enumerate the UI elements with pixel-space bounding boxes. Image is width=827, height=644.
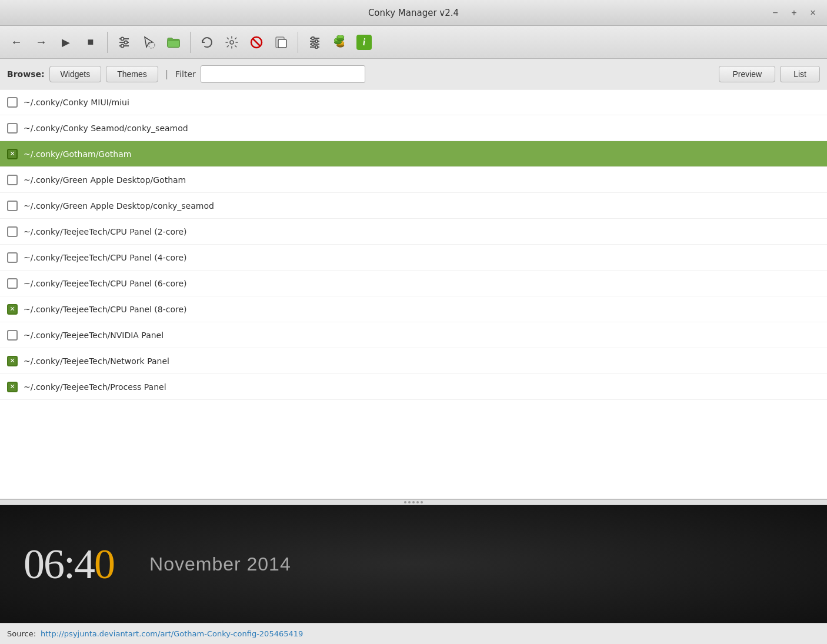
svg-point-8: [230, 41, 234, 44]
themes-button[interactable]: Themes: [106, 66, 158, 82]
main-content: ~/.conky/Conky MIUI/miui~/.conky/Conky S…: [0, 89, 827, 644]
sliders2-button[interactable]: [303, 31, 326, 54]
item-checkbox[interactable]: [7, 252, 18, 263]
cursor-button[interactable]: [137, 31, 161, 54]
settings-button[interactable]: [220, 31, 244, 54]
clock-minutes: 4: [74, 540, 94, 588]
svg-rect-17: [312, 37, 314, 39]
splitter[interactable]: [0, 499, 827, 505]
list-button[interactable]: List: [780, 66, 820, 82]
list-item[interactable]: ~/.conky/TeejeeTech/NVIDIA Panel: [0, 322, 827, 348]
stop-button[interactable]: [79, 31, 102, 54]
copy-icon: [274, 35, 288, 49]
arrow-right-icon: [35, 35, 47, 49]
titlebar: Conky Manager v2.4 − + ×: [0, 0, 827, 26]
folder-icon: [166, 35, 181, 49]
titlebar-title: Conky Manager v2.4: [368, 8, 459, 18]
preview-content: 06:40 November 2014: [0, 505, 827, 623]
item-checkbox[interactable]: [7, 356, 18, 366]
item-checkbox[interactable]: [7, 175, 18, 185]
browse-label: Browse:: [7, 69, 45, 79]
item-checkbox[interactable]: [7, 330, 18, 341]
item-text: ~/.conky/TeejeeTech/Process Panel: [24, 382, 166, 392]
svg-rect-12: [278, 39, 286, 48]
folder-button[interactable]: [162, 31, 185, 54]
info-icon: i: [356, 35, 372, 50]
minimize-button[interactable]: −: [768, 6, 782, 20]
svg-rect-19: [312, 43, 314, 45]
list-item[interactable]: ~/.conky/TeejeeTech/Network Panel: [0, 348, 827, 374]
item-checkbox[interactable]: [7, 382, 18, 392]
item-text: ~/.conky/TeejeeTech/CPU Panel (6-core): [24, 279, 187, 288]
svg-rect-20: [315, 46, 318, 48]
clock-separator: :: [64, 540, 74, 588]
list-item[interactable]: ~/.conky/TeejeeTech/CPU Panel (6-core): [0, 271, 827, 296]
source-label: Source:: [7, 629, 36, 638]
back-button[interactable]: [5, 31, 28, 54]
list-item[interactable]: ~/.conky/TeejeeTech/Process Panel: [0, 374, 827, 400]
list-item[interactable]: ~/.conky/TeejeeTech/CPU Panel (2-core): [0, 219, 827, 245]
item-text: ~/.conky/Conky Seamod/conky_seamod: [24, 124, 188, 133]
svg-rect-7: [168, 40, 179, 47]
source-link[interactable]: http://psyjunta.deviantart.com/art/Gotha…: [41, 629, 303, 638]
svg-point-29: [337, 35, 344, 39]
svg-line-10: [253, 39, 260, 46]
splitter-dot: [408, 501, 411, 503]
filter-label: Filter: [175, 69, 196, 79]
ban-button[interactable]: [245, 31, 268, 54]
svg-point-5: [121, 44, 124, 47]
list-item[interactable]: ~/.conky/Conky MIUI/miui: [0, 89, 827, 115]
item-checkbox[interactable]: [7, 123, 18, 134]
item-checkbox[interactable]: [7, 201, 18, 211]
cursor-icon: [142, 35, 156, 49]
preview-button[interactable]: Preview: [719, 66, 775, 82]
item-checkbox[interactable]: [7, 226, 18, 237]
splitter-dots: [404, 501, 423, 503]
svg-rect-18: [315, 40, 318, 42]
splitter-dot: [404, 501, 406, 503]
reload-icon: [200, 35, 214, 49]
item-text: ~/.conky/Conky MIUI/miui: [24, 98, 129, 107]
arrow-left-icon: [11, 35, 22, 49]
clock-hours: 06: [24, 540, 64, 588]
list-item[interactable]: ~/.conky/TeejeeTech/CPU Panel (8-core): [0, 296, 827, 322]
list-item[interactable]: ~/.conky/TeejeeTech/CPU Panel (4-core): [0, 245, 827, 271]
toolbar: i: [0, 26, 827, 59]
reload-button[interactable]: [195, 31, 219, 54]
preview-clock: 06:40: [24, 543, 114, 585]
list-item[interactable]: ~/.conky/Green Apple Desktop/Gotham: [0, 167, 827, 193]
date-text: November 2014: [149, 553, 291, 575]
browse-separator: |: [165, 68, 168, 79]
info-button[interactable]: i: [352, 31, 376, 54]
sliders-button[interactable]: [112, 31, 136, 54]
item-text: ~/.conky/TeejeeTech/CPU Panel (2-core): [24, 227, 187, 236]
forward-button[interactable]: [29, 31, 53, 54]
widgets-button[interactable]: Widgets: [49, 66, 102, 82]
coins-button[interactable]: [328, 31, 351, 54]
list-item[interactable]: ~/.conky/Gotham/Gotham: [0, 141, 827, 167]
item-text: ~/.conky/TeejeeTech/NVIDIA Panel: [24, 331, 164, 340]
sliders2-icon: [308, 35, 322, 49]
svg-point-3: [121, 37, 124, 40]
item-checkbox[interactable]: [7, 278, 18, 289]
preview-date: November 2014: [149, 553, 291, 575]
toolbar-separator-1: [107, 32, 108, 53]
copy-button[interactable]: [269, 31, 293, 54]
maximize-button[interactable]: +: [787, 6, 801, 20]
list-item[interactable]: ~/.conky/Conky Seamod/conky_seamod: [0, 115, 827, 141]
close-button[interactable]: ×: [806, 6, 820, 20]
preview-panel: 06:40 November 2014: [0, 505, 827, 623]
play-icon: [62, 36, 70, 49]
sliders-icon: [117, 35, 131, 49]
item-checkbox[interactable]: [7, 304, 18, 315]
item-checkbox[interactable]: [7, 149, 18, 159]
list-item[interactable]: ~/.conky/Green Apple Desktop/conky_seamo…: [0, 193, 827, 219]
item-text: ~/.conky/Gotham/Gotham: [24, 149, 131, 159]
filter-input[interactable]: [201, 65, 365, 83]
item-checkbox[interactable]: [7, 97, 18, 108]
preview-background: [0, 505, 827, 623]
item-text: ~/.conky/TeejeeTech/CPU Panel (8-core): [24, 305, 187, 314]
splitter-dot: [416, 501, 419, 503]
item-text: ~/.conky/Green Apple Desktop/conky_seamo…: [24, 201, 214, 211]
play-button[interactable]: [54, 31, 78, 54]
